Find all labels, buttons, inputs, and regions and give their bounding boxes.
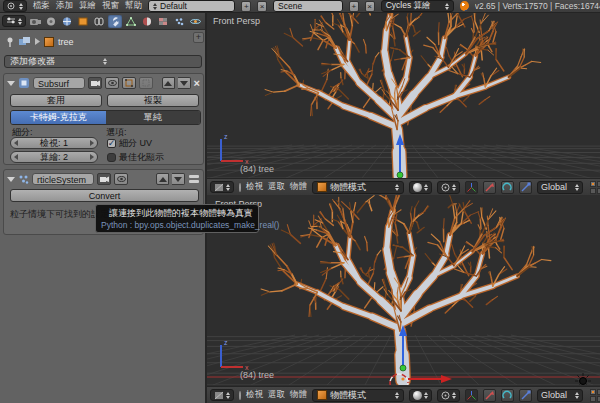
- tab-particles[interactable]: [172, 15, 186, 28]
- object-menu[interactable]: 物體: [290, 181, 307, 193]
- layer-cell[interactable]: [590, 389, 596, 395]
- stepper-right-arrow-icon[interactable]: [90, 154, 94, 160]
- rotate-manipulator-toggle[interactable]: [501, 181, 514, 194]
- pivot-select[interactable]: [437, 181, 460, 194]
- breadcrumb-object-name[interactable]: tree: [58, 37, 74, 47]
- region-expand-button[interactable]: +: [193, 32, 204, 43]
- optimal-display-checkbox[interactable]: 最佳化顯示: [107, 152, 164, 162]
- panel-menu-icon[interactable]: [188, 174, 200, 184]
- layers-widget[interactable]: [590, 181, 600, 194]
- panel-expand-icon[interactable]: [7, 177, 15, 182]
- layer-cell[interactable]: [590, 188, 596, 194]
- tab-constraints[interactable]: [92, 15, 106, 28]
- layer-cell[interactable]: [590, 396, 596, 402]
- viewport-editor-type-button[interactable]: [210, 389, 234, 401]
- subdivide-uv-checkbox[interactable]: ✓ 細分 UV: [107, 138, 152, 148]
- layer-cell[interactable]: [590, 181, 596, 187]
- layers-grid-1[interactable]: [590, 181, 600, 194]
- modifier-name-field[interactable]: Subsurf: [33, 77, 85, 89]
- select-menu[interactable]: 選取: [268, 389, 285, 401]
- viewport-visibility-toggle[interactable]: [105, 77, 119, 89]
- scale-manipulator-toggle[interactable]: [519, 389, 532, 402]
- delete-modifier-button[interactable]: ×: [194, 78, 200, 88]
- panel-expand-icon[interactable]: [7, 81, 15, 86]
- delete-scene-button[interactable]: ×: [365, 1, 375, 12]
- view-menu[interactable]: 檢視: [246, 181, 263, 193]
- tab-texture[interactable]: [156, 15, 170, 28]
- render-engine-select[interactable]: Cycles 算繪: [381, 0, 454, 12]
- properties-editor-icon: [6, 17, 16, 25]
- view-subdivisions-stepper[interactable]: 檢視: 1: [10, 137, 98, 149]
- apply-button[interactable]: 套用: [10, 94, 102, 107]
- convert-button[interactable]: Convert: [10, 189, 199, 202]
- viewport-visibility-toggle[interactable]: [114, 173, 128, 185]
- render-visibility-toggle[interactable]: [88, 77, 102, 89]
- screen-layout-select[interactable]: Default: [148, 0, 235, 12]
- particle-system-name-field[interactable]: rticleSystem 1: [32, 173, 94, 185]
- eye-icon: [108, 80, 117, 86]
- manipulator-toggle[interactable]: [465, 181, 478, 194]
- collapse-menus-icon[interactable]: [239, 183, 241, 192]
- move-up-button[interactable]: [156, 173, 169, 185]
- menu-help[interactable]: 幫助: [125, 0, 142, 12]
- pivot-select[interactable]: [437, 389, 460, 402]
- tab-scene[interactable]: [44, 15, 58, 28]
- mode-select[interactable]: 物體模式: [312, 389, 404, 402]
- tooltip-text: 讓連接到此物體的複本物體轉為真實: [101, 207, 253, 220]
- blender-logo-icon: [460, 1, 469, 11]
- scene-select[interactable]: Scene: [273, 0, 343, 12]
- tab-object-data[interactable]: [124, 15, 138, 28]
- menu-add[interactable]: 添加: [56, 0, 73, 12]
- orientation-select[interactable]: Global: [537, 181, 583, 194]
- catmull-clark-option[interactable]: 卡特姆-克拉克: [11, 111, 106, 124]
- 3d-viewport-canvas[interactable]: [207, 13, 600, 178]
- render-visibility-toggle[interactable]: [97, 173, 111, 185]
- pin-icon[interactable]: [6, 37, 15, 47]
- add-layout-button[interactable]: +: [241, 1, 251, 12]
- stepper-left-arrow-icon[interactable]: [14, 140, 18, 146]
- cage-edit-toggle[interactable]: [139, 77, 153, 89]
- viewport-shading-select[interactable]: [409, 389, 432, 402]
- move-modifier-down-button[interactable]: [178, 77, 191, 89]
- viewport-shading-select[interactable]: [409, 181, 432, 194]
- properties-editor-type-button[interactable]: [2, 15, 26, 27]
- layers-grid-1[interactable]: [590, 389, 600, 402]
- copy-button[interactable]: 複製: [107, 94, 199, 107]
- move-modifier-up-button[interactable]: [162, 77, 175, 89]
- render-subdivisions-stepper[interactable]: 算繪: 2: [10, 151, 98, 163]
- translate-manipulator-toggle[interactable]: [483, 389, 496, 402]
- stepper-right-arrow-icon[interactable]: [90, 140, 94, 146]
- tab-physics[interactable]: [188, 15, 202, 28]
- menu-file[interactable]: 檔案: [33, 0, 50, 12]
- info-editor-type-button[interactable]: [3, 0, 27, 12]
- add-modifier-dropdown[interactable]: 添加修改器: [4, 55, 202, 68]
- move-down-button[interactable]: [172, 173, 185, 185]
- collapse-menus-icon[interactable]: [239, 391, 241, 400]
- view-menu[interactable]: 檢視: [246, 389, 263, 401]
- orientation-select[interactable]: Global: [537, 389, 583, 402]
- viewport-editor-type-button[interactable]: [210, 181, 234, 193]
- editmode-display-toggle[interactable]: [122, 77, 136, 89]
- checkbox-unchecked-icon: [107, 153, 116, 162]
- rotate-manipulator-toggle[interactable]: [501, 389, 514, 402]
- tab-material[interactable]: [140, 15, 154, 28]
- stepper-left-arrow-icon[interactable]: [14, 154, 18, 160]
- tab-world[interactable]: [60, 15, 74, 28]
- select-menu[interactable]: 選取: [268, 181, 285, 193]
- menu-render[interactable]: 算繪: [79, 0, 96, 12]
- object-menu[interactable]: 物體: [290, 389, 307, 401]
- delete-layout-button[interactable]: ×: [257, 1, 267, 12]
- breadcrumb: tree: [6, 35, 74, 48]
- menu-window[interactable]: 視窗: [102, 0, 119, 12]
- tab-render[interactable]: [28, 15, 42, 28]
- tab-modifiers[interactable]: [108, 15, 122, 28]
- add-scene-button[interactable]: +: [349, 1, 359, 12]
- layers-widget[interactable]: [590, 389, 600, 402]
- translate-manipulator-toggle[interactable]: [483, 181, 496, 194]
- manipulator-toggle[interactable]: [465, 389, 478, 402]
- tab-object[interactable]: [76, 15, 90, 28]
- object-breadcrumb-icon[interactable]: [19, 37, 31, 47]
- scale-manipulator-toggle[interactable]: [519, 181, 532, 194]
- mode-select[interactable]: 物體模式: [312, 181, 404, 194]
- simple-option[interactable]: 單純: [106, 111, 201, 124]
